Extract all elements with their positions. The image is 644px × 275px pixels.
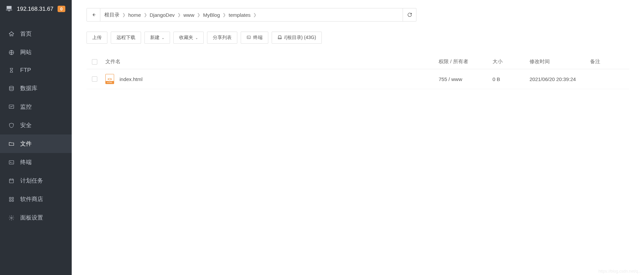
table-row[interactable]: <> HTML index.html 755 / www 0 B 2021/06… — [87, 69, 629, 89]
sidebar-item-database[interactable]: 数据库 — [0, 79, 72, 97]
svg-rect-6 — [12, 197, 14, 199]
breadcrumb-segment[interactable]: 根目录 — [104, 12, 120, 18]
html-file-icon: <> HTML — [105, 74, 114, 84]
sidebar-item-ftp[interactable]: FTP — [0, 62, 72, 79]
breadcrumb-segment[interactable]: home — [128, 12, 141, 18]
sidebar-item-home[interactable]: 首页 — [0, 25, 72, 43]
sidebar-item-cron[interactable]: 计划任务 — [0, 171, 72, 190]
chevron-right-icon: ❯ — [122, 12, 126, 17]
column-header-mtime[interactable]: 修改时间 — [530, 58, 590, 65]
apps-icon — [8, 196, 15, 203]
svg-point-11 — [281, 38, 281, 38]
toolbar: 上传 远程下载 新建 ⌄ 收藏夹 ⌄ 分享列表 终端 /(根目录) (43G) — [87, 32, 629, 44]
home-icon — [8, 31, 15, 37]
sidebar-item-files[interactable]: 文件 — [0, 134, 72, 153]
calendar-icon — [8, 178, 15, 184]
sidebar-header: 192.168.31.67 0 — [0, 0, 72, 18]
file-mtime: 2021/06/20 20:39:24 — [530, 76, 590, 82]
disk-usage-button[interactable]: /(根目录) (43G) — [272, 32, 322, 44]
disk-icon — [277, 35, 282, 41]
breadcrumb-segment[interactable]: DjangoDev — [150, 12, 175, 18]
file-name: index.html — [120, 76, 142, 82]
sidebar-item-label: 安全 — [20, 121, 32, 129]
sidebar-item-appstore[interactable]: 软件商店 — [0, 190, 72, 208]
chevron-down-icon: ⌄ — [162, 36, 164, 40]
sidebar-nav: 首页 网站 FTP 数据库 监控 安全 — [0, 18, 72, 227]
row-checkbox[interactable] — [92, 76, 97, 82]
shield-icon — [8, 122, 15, 129]
breadcrumb-segment[interactable]: MyBlog — [203, 12, 220, 18]
column-header-remark[interactable]: 备注 — [590, 58, 624, 65]
ftp-icon — [8, 67, 15, 74]
remote-download-button[interactable]: 远程下载 — [111, 32, 141, 44]
sidebar-item-label: 数据库 — [20, 84, 37, 92]
terminal-small-icon — [246, 35, 251, 40]
svg-point-9 — [11, 217, 12, 219]
monitor-icon — [5, 5, 13, 13]
monitor-chart-icon — [8, 104, 15, 110]
database-icon — [8, 85, 15, 92]
file-permission: 755 / www — [439, 76, 493, 82]
sidebar-item-label: 文件 — [20, 140, 32, 148]
column-header-perm[interactable]: 权限 / 所有者 — [439, 58, 493, 65]
sidebar: 192.168.31.67 0 首页 网站 FTP 数据库 监控 — [0, 0, 72, 275]
breadcrumb-path: 根目录 ❯ home ❯ DjangoDev ❯ www ❯ MyBlog ❯ … — [100, 8, 403, 21]
sidebar-item-settings[interactable]: 面板设置 — [0, 208, 72, 227]
sidebar-item-label: 监控 — [20, 103, 32, 111]
folder-icon — [8, 141, 15, 147]
sidebar-item-label: FTP — [20, 67, 31, 74]
sidebar-item-label: 面板设置 — [20, 214, 43, 222]
chevron-right-icon: ❯ — [144, 12, 147, 17]
globe-icon — [8, 49, 15, 56]
watermark: https://blog.csdn.net/q... — [599, 269, 641, 274]
terminal-button[interactable]: 终端 — [241, 32, 268, 44]
favorites-button-label: 收藏夹 — [179, 35, 193, 41]
chevron-right-icon: ❯ — [197, 12, 200, 17]
sidebar-item-label: 终端 — [20, 158, 32, 166]
column-header-name[interactable]: 文件名 — [105, 58, 439, 65]
chevron-right-icon: ❯ — [177, 12, 181, 17]
favorites-button[interactable]: 收藏夹 ⌄ — [173, 32, 204, 44]
back-button[interactable] — [87, 8, 100, 21]
sidebar-item-label: 软件商店 — [20, 195, 43, 203]
sidebar-item-website[interactable]: 网站 — [0, 43, 72, 62]
chevron-right-icon: ❯ — [223, 12, 226, 17]
new-button[interactable]: 新建 ⌄ — [144, 32, 170, 44]
svg-rect-3 — [9, 160, 14, 164]
sidebar-item-label: 计划任务 — [20, 177, 43, 185]
upload-button[interactable]: 上传 — [87, 32, 107, 44]
svg-point-1 — [9, 86, 13, 88]
gear-icon — [8, 214, 15, 221]
server-ip: 192.168.31.67 — [17, 6, 54, 12]
sidebar-item-label: 网站 — [20, 48, 32, 56]
breadcrumb-segment[interactable]: www — [183, 12, 195, 18]
sidebar-item-security[interactable]: 安全 — [0, 116, 72, 134]
new-button-label: 新建 — [150, 35, 160, 41]
svg-rect-4 — [9, 179, 13, 183]
svg-rect-10 — [247, 36, 250, 39]
sidebar-item-label: 首页 — [20, 30, 32, 38]
file-size: 0 B — [493, 76, 530, 82]
file-table: 文件名 权限 / 所有者 大小 修改时间 备注 <> HTML index.ht… — [87, 54, 629, 89]
terminal-button-label: 终端 — [253, 35, 263, 41]
sidebar-item-terminal[interactable]: 终端 — [0, 153, 72, 171]
chevron-right-icon: ❯ — [253, 12, 257, 17]
svg-rect-8 — [12, 200, 14, 201]
main-content: 根目录 ❯ home ❯ DjangoDev ❯ www ❯ MyBlog ❯ … — [72, 0, 644, 275]
notification-badge[interactable]: 0 — [58, 6, 65, 12]
sidebar-item-monitor[interactable]: 监控 — [0, 97, 72, 116]
breadcrumb: 根目录 ❯ home ❯ DjangoDev ❯ www ❯ MyBlog ❯ … — [87, 8, 416, 22]
terminal-icon — [8, 159, 15, 166]
svg-rect-7 — [9, 200, 11, 201]
chevron-down-icon: ⌄ — [195, 36, 198, 40]
refresh-button[interactable] — [403, 8, 416, 21]
share-list-button[interactable]: 分享列表 — [207, 32, 237, 44]
disk-usage-label: /(根目录) (43G) — [284, 35, 316, 41]
column-header-size[interactable]: 大小 — [493, 58, 530, 65]
svg-rect-5 — [9, 197, 11, 199]
select-all-checkbox[interactable] — [92, 59, 97, 65]
table-header: 文件名 权限 / 所有者 大小 修改时间 备注 — [87, 54, 629, 69]
breadcrumb-segment[interactable]: templates — [229, 12, 250, 18]
